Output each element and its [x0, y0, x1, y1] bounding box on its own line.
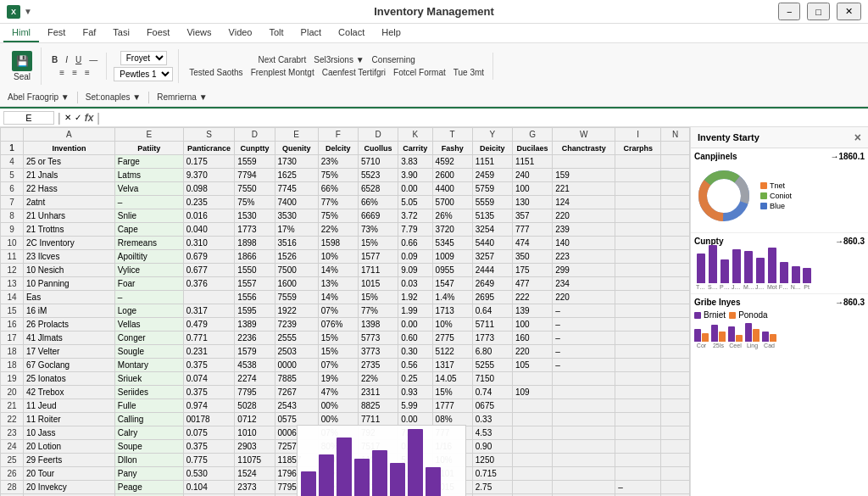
- cell-11-6[interactable]: 77%: [358, 304, 398, 318]
- cell-4-13[interactable]: [661, 209, 690, 223]
- cell-21-3[interactable]: 2903: [235, 440, 275, 454]
- cell-8-2[interactable]: 0.677: [183, 264, 235, 277]
- sel-rsions-btn[interactable]: Sel3rsions ▼: [310, 54, 367, 65]
- cell-12-0[interactable]: 26 Prolacts: [23, 318, 114, 332]
- ribbon-tab-foest[interactable]: Foest: [138, 24, 179, 42]
- cell-0-7[interactable]: 3.83: [398, 155, 432, 169]
- cell-17-8[interactable]: 15%: [432, 386, 472, 399]
- cell-8-1[interactable]: Vylice: [114, 264, 183, 277]
- cell-3-4[interactable]: 7400: [275, 196, 318, 209]
- cell-1-3[interactable]: 7794: [235, 169, 275, 182]
- cell-22-11[interactable]: [553, 454, 615, 467]
- formula-input[interactable]: [103, 112, 865, 124]
- cell-5-13[interactable]: [661, 223, 690, 237]
- cell-17-12[interactable]: [615, 386, 661, 399]
- cell-14-0[interactable]: 17 Velter: [23, 345, 114, 359]
- ribbon-tab-plact[interactable]: Plact: [292, 24, 330, 42]
- cell-4-9[interactable]: 5135: [472, 209, 512, 223]
- cell-15-11[interactable]: –: [553, 359, 615, 372]
- cell-1-7[interactable]: 3.90: [398, 169, 432, 182]
- cell-8-11[interactable]: 299: [553, 264, 615, 277]
- cell-7-7[interactable]: 0.09: [398, 250, 432, 264]
- cell-20-3[interactable]: 1010: [235, 426, 275, 440]
- cell-11-7[interactable]: 1.99: [398, 304, 432, 318]
- cell-24-0[interactable]: 20 Invekcy: [23, 481, 114, 494]
- cell-8-5[interactable]: 14%: [318, 264, 358, 277]
- cell-6-10[interactable]: 474: [512, 237, 552, 250]
- cell-3-3[interactable]: 75%: [235, 196, 275, 209]
- cell-21-9[interactable]: 0.90: [472, 440, 512, 454]
- cell-17-9[interactable]: 0.74: [472, 386, 512, 399]
- tested-btn[interactable]: Tested Saoths: [186, 67, 246, 78]
- set-onaples-btn[interactable]: Set:onaples ▼: [81, 91, 146, 103]
- cell-9-4[interactable]: 1600: [275, 277, 318, 291]
- ribbon-tab-fest[interactable]: Fest: [39, 24, 74, 42]
- cell-23-1[interactable]: Pany: [114, 467, 183, 481]
- cell-13-0[interactable]: 41 Jlmats: [23, 332, 114, 345]
- cell-21-13[interactable]: [661, 440, 690, 454]
- cell-15-10[interactable]: 105: [512, 359, 552, 372]
- cell-16-4[interactable]: 7885: [275, 372, 318, 386]
- cell-17-10[interactable]: 109: [512, 386, 552, 399]
- col-header-E[interactable]: E: [114, 128, 183, 142]
- col-header-D[interactable]: D: [235, 128, 275, 142]
- cell-11-10[interactable]: 139: [512, 304, 552, 318]
- cell-14-11[interactable]: –: [553, 345, 615, 359]
- ribbon-tab-colact[interactable]: Colact: [330, 24, 373, 42]
- cell-10-12[interactable]: [615, 291, 661, 304]
- cell-8-12[interactable]: [615, 264, 661, 277]
- cell-4-2[interactable]: 0.016: [183, 209, 235, 223]
- header-cell-7[interactable]: Carrity: [398, 142, 432, 155]
- cell-14-7[interactable]: 0.30: [398, 345, 432, 359]
- cell-24-13[interactable]: [661, 481, 690, 494]
- font-size-select[interactable]: Pewtles 1: [114, 67, 173, 81]
- cell-2-1[interactable]: Velva: [114, 182, 183, 196]
- cell-1-1[interactable]: Latms: [114, 169, 183, 182]
- cell-10-2[interactable]: [183, 291, 235, 304]
- cell-15-6[interactable]: 2735: [358, 359, 398, 372]
- cell-15-12[interactable]: [615, 359, 661, 372]
- cell-7-8[interactable]: 1009: [432, 250, 472, 264]
- panel-close-button[interactable]: ×: [854, 131, 861, 144]
- cell-8-8[interactable]: 0955: [432, 264, 472, 277]
- cell-2-10[interactable]: 100: [512, 182, 552, 196]
- cell-14-4[interactable]: 2503: [275, 345, 318, 359]
- cell-3-0[interactable]: 2atnt: [23, 196, 114, 209]
- cell-12-13[interactable]: [661, 318, 690, 332]
- cell-5-9[interactable]: 3254: [472, 223, 512, 237]
- cell-1-6[interactable]: 5523: [358, 169, 398, 182]
- cell-24-1[interactable]: Peage: [114, 481, 183, 494]
- cell-13-7[interactable]: 0.60: [398, 332, 432, 345]
- cell-9-12[interactable]: [615, 277, 661, 291]
- cell-24-12[interactable]: –: [615, 481, 661, 494]
- cell-11-0[interactable]: 16 iM: [23, 304, 114, 318]
- cell-0-6[interactable]: 5710: [358, 155, 398, 169]
- cell-20-12[interactable]: [615, 426, 661, 440]
- cell-11-11[interactable]: –: [553, 304, 615, 318]
- cell-13-3[interactable]: 2236: [235, 332, 275, 345]
- cell-3-10[interactable]: 130: [512, 196, 552, 209]
- cell-18-11[interactable]: [553, 399, 615, 413]
- cell-6-6[interactable]: 15%: [358, 237, 398, 250]
- cell-14-1[interactable]: Sougle: [114, 345, 183, 359]
- cell-20-13[interactable]: [661, 426, 690, 440]
- cell-17-3[interactable]: 7795: [235, 386, 275, 399]
- cell-15-13[interactable]: [661, 359, 690, 372]
- cell-13-2[interactable]: 0.771: [183, 332, 235, 345]
- name-box[interactable]: [3, 111, 54, 125]
- cell-23-10[interactable]: [512, 467, 552, 481]
- ribbon-tab-video[interactable]: Video: [220, 24, 261, 42]
- maximize-button[interactable]: □: [807, 3, 830, 20]
- cell-23-11[interactable]: [553, 467, 615, 481]
- cell-2-13[interactable]: [661, 182, 690, 196]
- header-cell-5[interactable]: Delcity: [318, 142, 358, 155]
- cell-4-1[interactable]: Snlie: [114, 209, 183, 223]
- cell-7-4[interactable]: 1526: [275, 250, 318, 264]
- cell-14-3[interactable]: 1579: [235, 345, 275, 359]
- cell-23-0[interactable]: 20 Tour: [23, 467, 114, 481]
- cell-0-13[interactable]: [661, 155, 690, 169]
- cell-17-7[interactable]: 0.93: [398, 386, 432, 399]
- cell-13-11[interactable]: –: [553, 332, 615, 345]
- cell-10-4[interactable]: 7559: [275, 291, 318, 304]
- cell-4-5[interactable]: 75%: [318, 209, 358, 223]
